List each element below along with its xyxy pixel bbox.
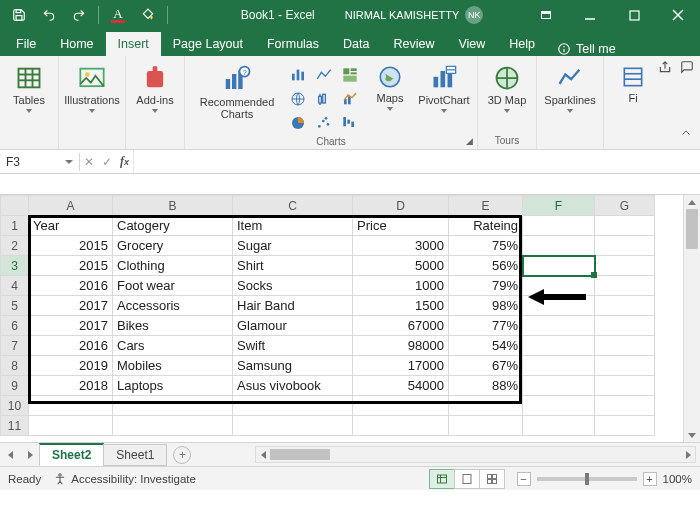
- illustrations-button[interactable]: Illustrations: [65, 60, 119, 113]
- cell[interactable]: [595, 396, 655, 416]
- cell-category-header[interactable]: Catogery: [113, 216, 233, 236]
- scroll-down-button[interactable]: [684, 428, 700, 442]
- cell-year[interactable]: 2017: [29, 316, 113, 336]
- cell[interactable]: [595, 296, 655, 316]
- cell[interactable]: [523, 396, 595, 416]
- row-header[interactable]: 1: [1, 216, 29, 236]
- vscroll-thumb[interactable]: [686, 209, 698, 249]
- cell[interactable]: [353, 416, 449, 436]
- table-row[interactable]: 22015GrocerySugar300075%: [1, 236, 655, 256]
- table-row[interactable]: 10: [1, 396, 655, 416]
- line-chart-icon[interactable]: [313, 64, 335, 86]
- column-headers[interactable]: A B C D E F G: [1, 196, 655, 216]
- charts-dialog-launcher[interactable]: ◢: [466, 136, 473, 146]
- cell[interactable]: [523, 316, 595, 336]
- fill-color-icon[interactable]: [135, 2, 161, 28]
- cell-rating[interactable]: 77%: [449, 316, 523, 336]
- cell-category[interactable]: Grocery: [113, 236, 233, 256]
- sparklines-button[interactable]: Sparklines: [543, 60, 597, 113]
- stat-chart-icon[interactable]: [313, 88, 335, 110]
- cell[interactable]: [29, 396, 113, 416]
- tab-data[interactable]: Data: [331, 32, 381, 56]
- table-row[interactable]: 52017AccessorisHair Band150098%: [1, 296, 655, 316]
- cell-year[interactable]: 2016: [29, 336, 113, 356]
- zoom-control[interactable]: − + 100%: [517, 472, 692, 486]
- cell-rating[interactable]: 79%: [449, 276, 523, 296]
- cell[interactable]: [523, 376, 595, 396]
- row-header[interactable]: 10: [1, 396, 29, 416]
- cell-item[interactable]: Sugar: [233, 236, 353, 256]
- cell[interactable]: [523, 216, 595, 236]
- cell-rating-header[interactable]: Rateing: [449, 216, 523, 236]
- map-chart-icon[interactable]: [287, 88, 309, 110]
- cell[interactable]: [595, 216, 655, 236]
- col-A[interactable]: A: [29, 196, 113, 216]
- new-sheet-button[interactable]: +: [173, 446, 191, 464]
- cell-year[interactable]: 2019: [29, 356, 113, 376]
- table-row[interactable]: 42016Foot wearSocks100079%: [1, 276, 655, 296]
- col-D[interactable]: D: [353, 196, 449, 216]
- tab-insert[interactable]: Insert: [106, 32, 161, 56]
- tab-home[interactable]: Home: [48, 32, 105, 56]
- cell-item[interactable]: Glamour: [233, 316, 353, 336]
- scroll-up-button[interactable]: [684, 195, 700, 209]
- zoom-value[interactable]: 100%: [663, 473, 692, 485]
- combo-chart-icon[interactable]: [339, 88, 361, 110]
- tab-view[interactable]: View: [446, 32, 497, 56]
- cell[interactable]: [113, 416, 233, 436]
- cell-year[interactable]: 2015: [29, 256, 113, 276]
- cell[interactable]: [595, 236, 655, 256]
- cell[interactable]: [523, 336, 595, 356]
- zoom-slider[interactable]: [537, 477, 637, 481]
- tab-help[interactable]: Help: [497, 32, 547, 56]
- vertical-scrollbar[interactable]: [683, 195, 700, 442]
- qat-customize-caret[interactable]: [174, 2, 200, 28]
- cell[interactable]: [523, 236, 595, 256]
- cancel-formula-icon[interactable]: ✕: [84, 155, 94, 169]
- col-C[interactable]: C: [233, 196, 353, 216]
- cell[interactable]: [523, 276, 595, 296]
- col-E[interactable]: E: [449, 196, 523, 216]
- ribbon-display-options[interactable]: [524, 0, 568, 30]
- cell-year-header[interactable]: Year: [29, 216, 113, 236]
- cell[interactable]: [595, 336, 655, 356]
- cell-rating[interactable]: 98%: [449, 296, 523, 316]
- cell[interactable]: [353, 396, 449, 416]
- col-B[interactable]: B: [113, 196, 233, 216]
- cell[interactable]: [595, 276, 655, 296]
- name-box[interactable]: F3: [0, 153, 80, 171]
- hscroll-thumb[interactable]: [270, 449, 330, 460]
- normal-view-button[interactable]: [429, 469, 455, 489]
- cell[interactable]: [595, 356, 655, 376]
- minimize-button[interactable]: [568, 0, 612, 30]
- table-row[interactable]: 72016CarsSwift9800054%: [1, 336, 655, 356]
- tab-nav-next[interactable]: [20, 451, 40, 459]
- cell-price[interactable]: 5000: [353, 256, 449, 276]
- row-header[interactable]: 6: [1, 316, 29, 336]
- cell-category[interactable]: Accessoris: [113, 296, 233, 316]
- sheet-tab-sheet1[interactable]: Sheet1: [103, 444, 167, 466]
- tab-file[interactable]: File: [4, 32, 48, 56]
- row-header[interactable]: 4: [1, 276, 29, 296]
- cell-item-header[interactable]: Item: [233, 216, 353, 236]
- cell[interactable]: [595, 256, 655, 276]
- row-header[interactable]: 7: [1, 336, 29, 356]
- scatter-chart-icon[interactable]: [313, 112, 335, 134]
- cell[interactable]: [523, 296, 595, 316]
- table-row[interactable]: 62017BikesGlamour6700077%: [1, 316, 655, 336]
- comments-icon[interactable]: [680, 60, 694, 78]
- undo-button[interactable]: [36, 2, 62, 28]
- cell[interactable]: [595, 416, 655, 436]
- page-layout-view-button[interactable]: [454, 469, 480, 489]
- cell[interactable]: [113, 396, 233, 416]
- cells-grid[interactable]: A B C D E F G 1YearCatogeryItemPriceRate…: [0, 195, 655, 436]
- cell-item[interactable]: Socks: [233, 276, 353, 296]
- horizontal-scrollbar[interactable]: [255, 446, 696, 463]
- pie-chart-icon[interactable]: [287, 112, 309, 134]
- cell-item[interactable]: Hair Band: [233, 296, 353, 316]
- cell-price[interactable]: 1500: [353, 296, 449, 316]
- formula-input[interactable]: [133, 150, 700, 173]
- close-button[interactable]: [656, 0, 700, 30]
- cell-category[interactable]: Clothing: [113, 256, 233, 276]
- cell-year[interactable]: 2015: [29, 236, 113, 256]
